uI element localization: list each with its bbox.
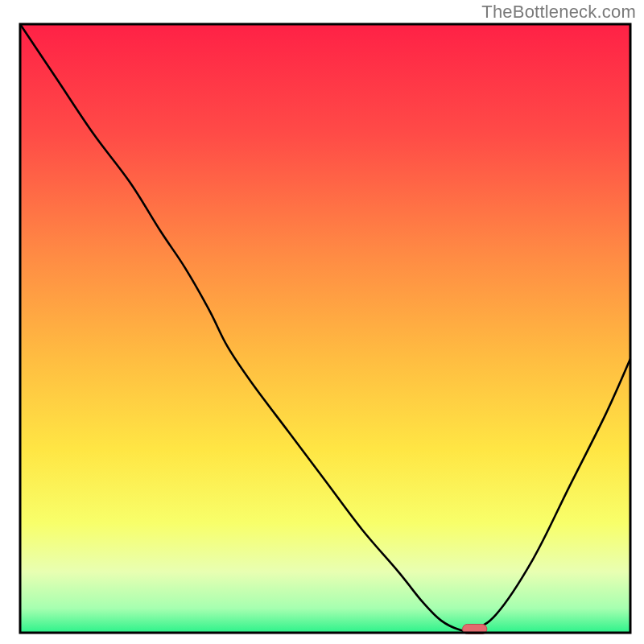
chart-container: { "watermark": "TheBottleneck.com", "col… [0,0,644,644]
plot-background [20,24,630,633]
watermark-text: TheBottleneck.com [481,2,636,23]
bottleneck-chart-svg [0,0,644,644]
